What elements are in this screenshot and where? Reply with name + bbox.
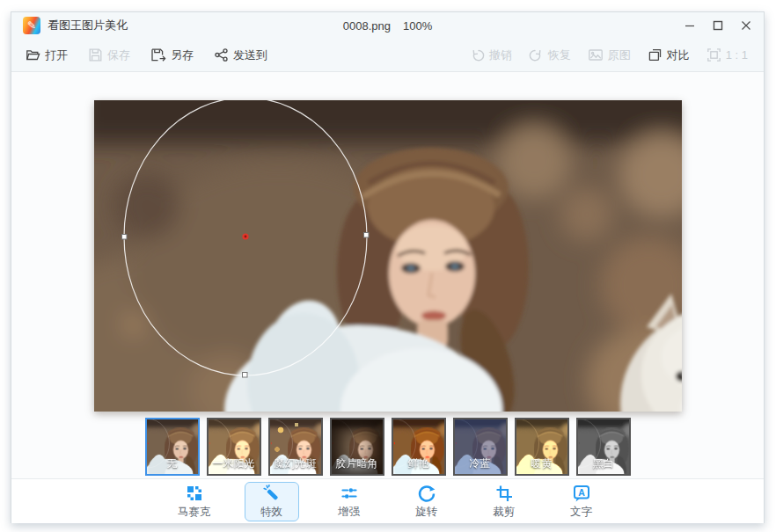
one-to-one-label: 1 : 1 bbox=[726, 48, 748, 62]
close-icon bbox=[741, 20, 751, 31]
send-to-label: 发送到 bbox=[233, 47, 267, 63]
undo-icon bbox=[470, 47, 485, 62]
overlay-handle-bottom bbox=[243, 373, 248, 378]
open-button[interactable]: 打开 bbox=[26, 47, 68, 63]
window-controls bbox=[676, 12, 760, 39]
compare-button[interactable]: 对比 bbox=[648, 47, 690, 63]
one-to-one-button[interactable]: 1 : 1 bbox=[706, 47, 748, 62]
main-toolbar: 打开 保存 另存 发送到 撤销 恢复 原图 bbox=[11, 39, 764, 71]
nav-rotate[interactable]: 旋转 bbox=[399, 482, 454, 521]
compare-icon bbox=[648, 47, 663, 62]
redo-icon bbox=[529, 47, 544, 62]
svg-text:A: A bbox=[578, 486, 585, 497]
redo-button[interactable]: 恢复 bbox=[529, 47, 571, 63]
text-icon: A bbox=[572, 484, 591, 503]
maximize-button[interactable] bbox=[704, 12, 732, 39]
photo-image bbox=[94, 100, 682, 412]
original-image-button[interactable]: 原图 bbox=[588, 47, 631, 63]
minimize-button[interactable] bbox=[676, 12, 704, 39]
open-label: 打开 bbox=[45, 47, 68, 63]
filter-thumb-none[interactable]: 无 bbox=[145, 418, 200, 476]
bottom-toolbar: 马赛克 特效 增强 旋转 裁剪 A 文字 bbox=[11, 478, 764, 523]
save-button[interactable]: 保存 bbox=[88, 47, 130, 63]
maximize-icon bbox=[713, 20, 723, 31]
crop-icon bbox=[494, 484, 514, 503]
image-icon bbox=[588, 47, 604, 62]
edit-actions: 撤销 恢复 原图 对比 1 : 1 bbox=[470, 47, 750, 63]
magic-wand-icon bbox=[262, 484, 282, 503]
filter-thumb-vivid[interactable]: 鲜艳 bbox=[392, 418, 446, 476]
redo-label: 恢复 bbox=[548, 47, 571, 63]
mosaic-icon bbox=[185, 484, 204, 503]
filter-thumb-warm-yellow[interactable]: 暖黄 bbox=[515, 418, 569, 476]
nav-text[interactable]: A 文字 bbox=[554, 482, 609, 521]
send-to-button[interactable]: 发送到 bbox=[214, 47, 267, 63]
nav-label: 旋转 bbox=[415, 505, 437, 520]
filter-thumb-sunny[interactable]: 一米阳光 bbox=[207, 418, 261, 476]
share-icon bbox=[214, 47, 229, 62]
app-logo-icon: ✎ bbox=[23, 17, 40, 34]
nav-label: 增强 bbox=[338, 505, 360, 520]
filter-strip: 无 一米阳光 魔幻光斑 胶片暗角 鲜艳 bbox=[11, 418, 764, 476]
title-bar: ✎ 看图王图片美化 0008.png 100% bbox=[11, 12, 764, 39]
save-as-label: 另存 bbox=[171, 47, 194, 63]
undo-button[interactable]: 撤销 bbox=[470, 47, 512, 63]
nav-label: 特效 bbox=[260, 505, 282, 520]
nav-effects[interactable]: 特效 bbox=[245, 482, 299, 521]
one-to-one-icon bbox=[706, 47, 721, 62]
undo-label: 撤销 bbox=[489, 47, 512, 63]
sliders-icon bbox=[340, 484, 359, 503]
open-folder-icon bbox=[26, 47, 40, 62]
filter-thumb-magic-bokeh[interactable]: 魔幻光斑 bbox=[268, 418, 323, 476]
zoom-level: 100% bbox=[403, 19, 432, 33]
overlay-handle-left bbox=[122, 235, 128, 240]
filter-thumb-bw[interactable]: 黑白 bbox=[576, 418, 631, 476]
save-label: 保存 bbox=[107, 47, 130, 63]
document-filename: 0008.png bbox=[343, 19, 391, 33]
rotate-icon bbox=[417, 484, 436, 503]
nav-label: 马赛克 bbox=[178, 505, 211, 520]
close-button[interactable] bbox=[732, 12, 760, 39]
app-window: ✎ 看图王图片美化 0008.png 100% 打开 保存 bbox=[11, 11, 765, 523]
nav-enhance[interactable]: 增强 bbox=[322, 482, 377, 521]
save-as-button[interactable]: 另存 bbox=[150, 47, 194, 63]
nav-label: 裁剪 bbox=[493, 505, 515, 520]
overlay-handle-right bbox=[364, 233, 370, 238]
nav-mosaic[interactable]: 马赛克 bbox=[167, 482, 222, 521]
compare-label: 对比 bbox=[667, 47, 690, 63]
editor-canvas: 无 一米阳光 魔幻光斑 胶片暗角 鲜艳 bbox=[11, 71, 764, 478]
filter-thumb-cool-blue[interactable]: 冷蓝 bbox=[453, 418, 508, 476]
nav-label: 文字 bbox=[570, 505, 592, 520]
filter-thumb-film-vignette[interactable]: 胶片暗角 bbox=[330, 418, 384, 476]
nav-crop[interactable]: 裁剪 bbox=[477, 482, 531, 521]
save-as-icon bbox=[150, 47, 166, 62]
save-icon bbox=[88, 47, 103, 62]
photo-preview[interactable] bbox=[94, 100, 682, 412]
app-title: 看图王图片美化 bbox=[48, 18, 128, 33]
minimize-icon bbox=[684, 20, 695, 31]
original-label: 原图 bbox=[608, 47, 631, 63]
